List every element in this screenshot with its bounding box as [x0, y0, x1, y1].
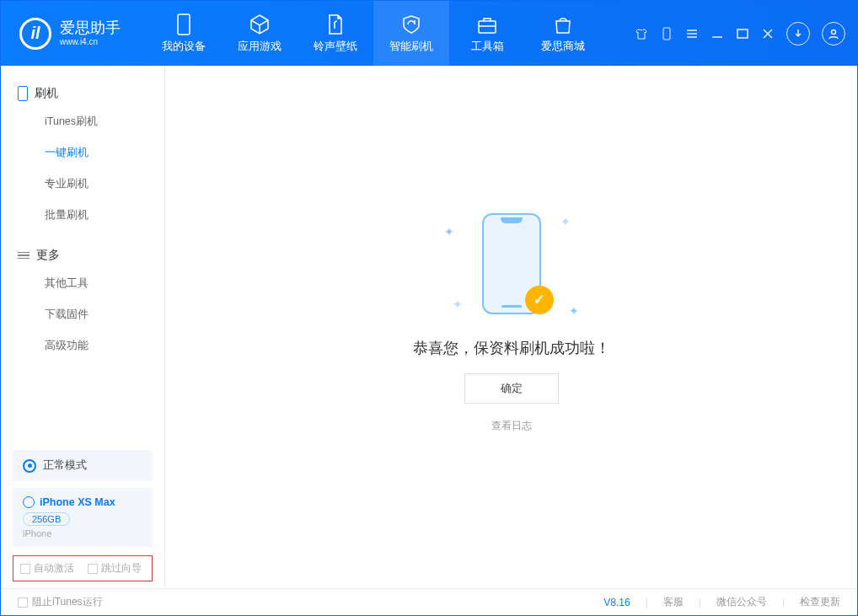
body: 刷机 iTunes刷机 一键刷机 专业刷机 批量刷机 更多 其他工具 下载固件 …	[1, 66, 857, 588]
checkbox-block-itunes[interactable]: 阻止iTunes运行	[18, 595, 103, 609]
success-illustration: ✦ ✦ ✓ ✦ ✦	[444, 205, 579, 323]
sidebar-item-download-firmware[interactable]: 下载固件	[1, 299, 164, 330]
sidebar-item-itunes-flash[interactable]: iTunes刷机	[1, 106, 164, 137]
nav-label: 铃声壁纸	[314, 39, 357, 54]
sidebar-item-batch-flash[interactable]: 批量刷机	[1, 200, 164, 231]
nav-label: 工具箱	[471, 39, 504, 54]
app-window: il 爱思助手 www.i4.cn 我的设备 应用游戏 铃声壁纸 智能刷机	[0, 0, 858, 616]
menu-icon[interactable]	[685, 27, 699, 40]
sidebar-item-other-tools[interactable]: 其他工具	[1, 268, 164, 299]
bag-icon	[552, 13, 574, 35]
cube-icon	[249, 13, 271, 35]
device-card[interactable]: iPhone XS Max 256GB iPhone	[13, 488, 153, 547]
checkbox-icon	[88, 564, 98, 574]
nav-store[interactable]: 爱思商城	[525, 1, 601, 66]
checkbox-icon	[18, 597, 28, 608]
sparkle-icon: ✦	[444, 225, 454, 238]
shirt-icon[interactable]	[635, 27, 648, 40]
svg-rect-3	[737, 29, 748, 38]
result-panel: ✦ ✦ ✓ ✦ ✦ 恭喜您，保资料刷机成功啦！ 确定 查看日志	[413, 205, 610, 433]
device-ring-icon	[23, 496, 35, 508]
sidebar-group-flash: 刷机	[1, 81, 164, 106]
minimize-icon[interactable]	[711, 27, 724, 40]
sidebar-item-advanced[interactable]: 高级功能	[1, 330, 164, 362]
sparkle-icon: ✦	[560, 215, 571, 228]
brand-text: 爱思助手 www.i4.cn	[60, 19, 121, 46]
nav-label: 爱思商城	[541, 39, 585, 54]
brand: il 爱思助手 www.i4.cn	[19, 18, 121, 50]
music-file-icon	[324, 13, 346, 35]
checkbox-skip-guide[interactable]: 跳过向导	[88, 561, 142, 576]
status-link-support[interactable]: 客服	[663, 595, 684, 609]
phone-small-icon[interactable]	[660, 27, 673, 40]
device-sub: iPhone	[23, 528, 142, 538]
nav-my-device[interactable]: 我的设备	[146, 1, 222, 66]
sparkle-icon: ✦	[569, 304, 579, 318]
mode-card[interactable]: 正常模式	[13, 450, 153, 481]
close-icon[interactable]	[761, 27, 775, 40]
sidebar-checkboxes: 自动激活 跳过向导	[13, 555, 153, 581]
view-log-link[interactable]: 查看日志	[491, 419, 532, 433]
check-badge-icon: ✓	[525, 286, 554, 314]
main-content: ✦ ✦ ✓ ✦ ✦ 恭喜您，保资料刷机成功啦！ 确定 查看日志	[165, 66, 857, 588]
main-nav: 我的设备 应用游戏 铃声壁纸 智能刷机 工具箱 爱思商城	[146, 1, 601, 66]
brand-subtitle: www.i4.cn	[60, 37, 121, 47]
device-storage: 256GB	[23, 512, 70, 526]
nav-label: 智能刷机	[389, 39, 433, 54]
nav-ring-wallpaper[interactable]: 铃声壁纸	[298, 1, 373, 66]
sidebar-footer: 正常模式 iPhone XS Max 256GB iPhone 自动激活 跳过向…	[1, 443, 164, 588]
device-icon	[173, 13, 195, 35]
mode-label: 正常模式	[43, 458, 87, 473]
nav-label: 我的设备	[162, 39, 206, 54]
sparkle-icon: ✦	[453, 297, 463, 311]
mode-dot-icon	[23, 459, 36, 473]
toolbox-icon	[476, 13, 498, 35]
download-button[interactable]	[786, 22, 810, 46]
svg-rect-0	[178, 14, 190, 35]
nav-app-games[interactable]: 应用游戏	[222, 1, 298, 66]
brand-logo-icon: il	[19, 18, 51, 50]
maximize-icon[interactable]	[736, 27, 749, 40]
svg-point-4	[832, 29, 836, 34]
titlebar: il 爱思助手 www.i4.cn 我的设备 应用游戏 铃声壁纸 智能刷机	[1, 1, 857, 66]
confirm-button[interactable]: 确定	[464, 373, 559, 404]
nav-toolbox[interactable]: 工具箱	[449, 1, 525, 66]
titlebar-right	[635, 22, 845, 46]
svg-rect-1	[479, 21, 496, 33]
brand-title: 爱思助手	[60, 19, 121, 37]
sidebar-group-more: 更多	[1, 243, 164, 268]
phone-icon	[18, 86, 28, 101]
shield-refresh-icon	[400, 13, 422, 35]
status-link-update[interactable]: 检查更新	[800, 595, 840, 609]
group-title: 刷机	[35, 86, 58, 101]
success-title: 恭喜您，保资料刷机成功啦！	[413, 338, 610, 358]
sidebar-item-pro-flash[interactable]: 专业刷机	[1, 169, 164, 200]
version-label: V8.16	[603, 597, 630, 608]
group-title: 更多	[36, 248, 60, 263]
nav-smart-flash[interactable]: 智能刷机	[373, 1, 449, 66]
checkbox-icon	[20, 564, 30, 574]
device-name: iPhone XS Max	[40, 496, 115, 508]
sidebar: 刷机 iTunes刷机 一键刷机 专业刷机 批量刷机 更多 其他工具 下载固件 …	[1, 66, 165, 588]
checkbox-auto-activate[interactable]: 自动激活	[20, 561, 74, 576]
statusbar: 阻止iTunes运行 V8.16 | 客服 | 微信公众号 | 检查更新	[1, 588, 857, 615]
sidebar-item-onekey-flash[interactable]: 一键刷机	[1, 137, 164, 169]
svg-rect-2	[663, 28, 670, 40]
status-link-wechat[interactable]: 微信公众号	[716, 595, 767, 609]
hamburger-icon	[18, 252, 29, 260]
user-button[interactable]	[822, 22, 845, 46]
nav-label: 应用游戏	[238, 39, 282, 54]
